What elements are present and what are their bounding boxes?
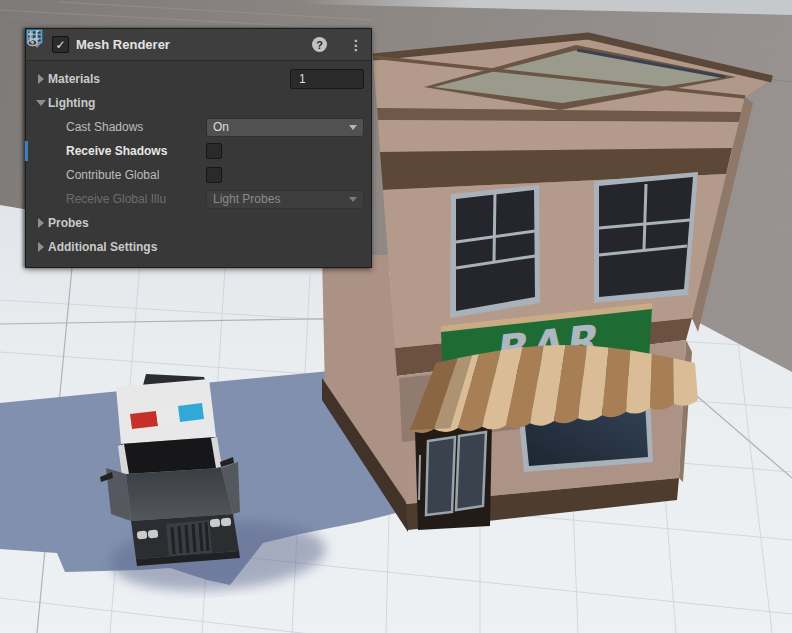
cast-shadows-dropdown[interactable]: On [206,118,364,137]
additional-settings-label: Additional Settings [48,240,157,254]
lighting-foldout-icon[interactable] [36,100,46,106]
cast-shadows-row: Cast Shadows On [26,116,365,138]
prefab-override-bar [25,141,28,161]
chevron-down-icon [349,125,357,130]
receive-shadows-checkbox[interactable] [206,143,222,159]
materials-foldout-icon[interactable] [38,74,44,84]
help-icon[interactable]: ? [312,37,327,52]
receive-global-illumination-row: Receive Global Illu Light Probes [26,188,365,210]
headlight-left-1 [137,531,148,540]
unity-scene-view: BAR [0,0,792,633]
headlight-left-2 [148,530,159,539]
receive-shadows-row: Receive Shadows [26,140,365,162]
headlight-right-2 [221,518,232,527]
contribute-global-row: Contribute Global [26,164,365,186]
materials-row: Materials 1 [26,68,365,90]
lighting-label: Lighting [48,96,95,110]
wall-strip [378,120,739,152]
lighting-row: Lighting [26,92,365,114]
probes-row: Probes [26,212,365,234]
materials-count-field[interactable]: 1 [290,69,364,89]
awning-stripe [673,358,698,405]
more-menu-icon[interactable]: ⋮ [349,37,363,53]
receive-global-illumination-label: Receive Global Illu [66,192,206,206]
awning-stripe [650,354,674,410]
cast-shadows-label: Cast Shadows [66,120,206,134]
contribute-global-label: Contribute Global [66,168,206,182]
contribute-global-checkbox[interactable] [206,167,222,183]
cast-shadows-value: On [213,120,229,134]
chevron-down-icon [349,197,357,202]
component-enabled-checkbox[interactable]: ✓ [52,36,69,53]
hood [126,468,233,521]
additional-settings-row: Additional Settings [26,236,365,258]
additional-settings-foldout-icon[interactable] [38,242,44,252]
awning-stripe [626,350,652,413]
receive-global-illumination-dropdown: Light Probes [206,190,364,209]
materials-label: Materials [48,72,100,86]
entrance-door [415,420,492,530]
receive-global-illumination-value: Light Probes [213,192,280,206]
component-title: Mesh Renderer [76,37,312,52]
window-upper-left [450,185,540,318]
inspector-mesh-renderer: ✓ Mesh Renderer ? ⋮ Materials 1 Lighting… [25,28,372,268]
receive-shadows-label: Receive Shadows [66,144,206,158]
headlight-right-1 [210,519,221,528]
component-header[interactable]: ✓ Mesh Renderer ? ⋮ [26,29,371,61]
probes-label: Probes [48,216,89,230]
window-upper-right [594,172,698,303]
probes-foldout-icon[interactable] [38,218,44,228]
